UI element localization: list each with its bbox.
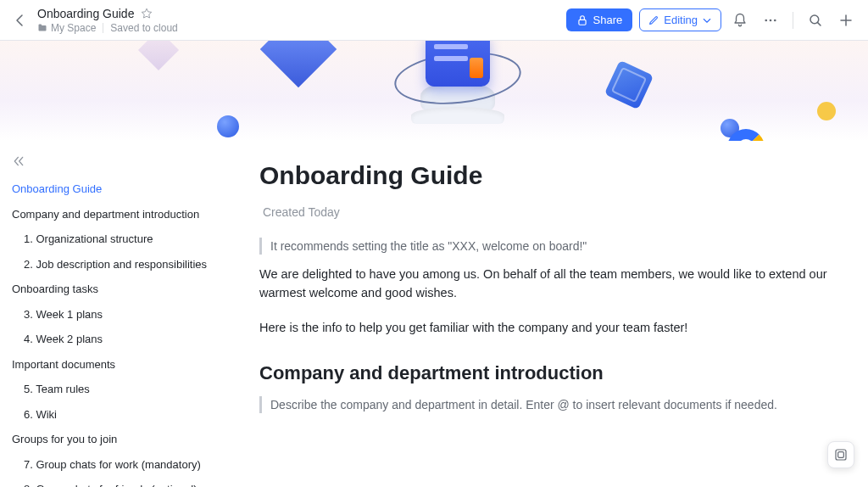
document-content[interactable]: Onboarding Guide Created Today It recomm…	[237, 141, 868, 487]
welcome-paragraph[interactable]: We are delighted to have you among us. O…	[259, 265, 834, 303]
chevron-down-icon	[702, 15, 712, 25]
created-timestamp: Created Today	[259, 205, 834, 219]
share-icon	[576, 14, 588, 26]
svg-point-3	[774, 19, 776, 21]
section-heading[interactable]: Company and department introduction	[259, 362, 834, 384]
outline-item[interactable]: Important documents	[12, 352, 224, 378]
svg-rect-0	[578, 20, 585, 25]
svg-rect-6	[838, 452, 844, 458]
more-button[interactable]	[759, 8, 782, 32]
outline-item[interactable]: 1. Organizational structure	[12, 227, 224, 252]
breadcrumb-divider	[103, 23, 103, 33]
section-placeholder-quote[interactable]: Describe the company and department in d…	[259, 396, 834, 413]
decorative-cube	[604, 60, 654, 109]
outline-sidebar: Onboarding Guide Company and department …	[0, 141, 237, 487]
header-divider	[793, 12, 793, 29]
new-button[interactable]	[834, 8, 858, 32]
decorative-diamond	[138, 41, 179, 70]
breadcrumb-space[interactable]: My Space	[37, 22, 96, 34]
editing-mode-button[interactable]: Editing	[639, 8, 721, 31]
decorative-diamond	[260, 41, 337, 87]
svg-point-1	[765, 19, 767, 21]
outline-item[interactable]: 8. Group chats for friends (optional)	[12, 477, 224, 487]
title-row: Onboarding Guide	[37, 7, 566, 20]
search-icon	[808, 13, 823, 28]
svg-rect-5	[836, 450, 846, 460]
back-button[interactable]	[10, 10, 31, 31]
outline-item[interactable]: Groups for you to join	[12, 427, 224, 452]
cover-banner	[0, 41, 868, 141]
collapse-sidebar-button[interactable]	[12, 154, 224, 168]
header-actions: Share Editing	[566, 8, 858, 32]
outline-item[interactable]: 6. Wiki	[12, 402, 224, 428]
outline-item[interactable]: 7. Group chats for work (mandatory)	[12, 452, 224, 478]
plus-icon	[838, 13, 854, 28]
breadcrumb-space-label: My Space	[51, 22, 96, 34]
outline-item[interactable]: 4. Week 2 plans	[12, 327, 224, 352]
decorative-pedestal	[390, 41, 526, 141]
save-status: Saved to cloud	[110, 22, 177, 34]
notifications-button[interactable]	[728, 8, 752, 32]
decorative-sphere	[817, 102, 836, 120]
outline-item[interactable]: Company and department introduction	[12, 202, 224, 227]
outline-item[interactable]: Onboarding tasks	[12, 277, 224, 302]
document-body: Onboarding Guide Company and department …	[0, 141, 868, 487]
outline-item[interactable]: 2. Job description and responsibilities	[12, 252, 224, 277]
pencil-icon	[648, 14, 659, 25]
floating-outline-button[interactable]	[827, 441, 854, 468]
page-title[interactable]: Onboarding Guide	[259, 161, 834, 190]
intro-paragraph[interactable]: Here is the info to help you get familia…	[259, 318, 834, 337]
breadcrumb-row: My Space Saved to cloud	[37, 22, 566, 34]
folder-icon	[37, 23, 47, 33]
search-button[interactable]	[804, 8, 827, 32]
bell-icon	[732, 13, 748, 28]
share-label: Share	[593, 14, 623, 26]
share-button[interactable]: Share	[566, 8, 633, 31]
outline-panel-icon	[834, 448, 848, 462]
title-suggestion-quote[interactable]: It recommends setting the title as "XXX,…	[259, 238, 834, 255]
svg-point-2	[770, 19, 772, 21]
decorative-sphere	[217, 115, 239, 137]
outline-item[interactable]: Onboarding Guide	[12, 176, 224, 202]
editing-label: Editing	[664, 14, 698, 26]
chevrons-left-icon	[12, 154, 25, 168]
more-horizontal-icon	[763, 13, 778, 28]
title-area: Onboarding Guide My Space Saved to cloud	[37, 7, 566, 34]
document-title[interactable]: Onboarding Guide	[37, 7, 134, 20]
outline-item[interactable]: 3. Week 1 plans	[12, 302, 224, 327]
app-header: Onboarding Guide My Space Saved to cloud…	[0, 0, 868, 41]
favorite-button[interactable]	[141, 8, 153, 20]
outline-item[interactable]: 5. Team rules	[12, 377, 224, 402]
